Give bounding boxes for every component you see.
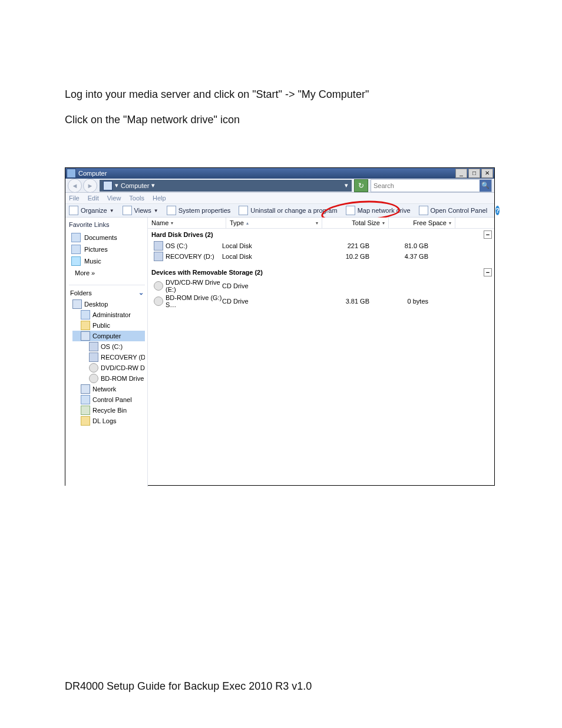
sidebar-item-music[interactable]: Music <box>69 255 145 267</box>
folder-icon <box>81 321 90 330</box>
chevron-down-icon[interactable]: ▾ <box>345 182 348 189</box>
column-type[interactable]: Type▴▾ <box>226 218 322 228</box>
menu-help[interactable]: Help <box>153 195 166 202</box>
uninstall-button[interactable]: Uninstall or change a program <box>239 206 337 215</box>
cd-icon <box>89 363 98 373</box>
tree-os-c[interactable]: OS (C:) <box>72 341 145 352</box>
page-footer: DR4000 Setup Guide for Backup Exec 2010 … <box>65 680 312 693</box>
tree-computer[interactable]: Computer <box>72 331 145 341</box>
minimize-button[interactable]: _ <box>455 169 467 178</box>
search-button[interactable]: 🔍 <box>480 180 491 192</box>
tree-desktop[interactable]: Desktop <box>72 299 145 309</box>
group-hard-disk-drives[interactable]: Hard Disk Drives (2) − <box>148 229 494 241</box>
tree-dl-logs[interactable]: DL Logs <box>72 416 145 426</box>
system-properties-button[interactable]: System properties <box>167 206 231 215</box>
chevron-down-icon: ▾ <box>449 220 451 226</box>
chevron-down-icon: ▼ <box>110 208 114 213</box>
tree-recycle-bin[interactable]: Recycle Bin <box>72 405 145 416</box>
control-panel-icon <box>81 395 90 404</box>
organize-icon <box>69 206 78 215</box>
desktop-icon <box>72 299 82 309</box>
drive-row-recovery-d[interactable]: RECOVERY (D:) Local Disk 10.2 GB 4.37 GB <box>148 251 494 262</box>
folder-icon <box>81 416 90 426</box>
open-control-panel-button[interactable]: Open Control Panel <box>419 206 488 215</box>
tree-control-panel[interactable]: Control Panel <box>72 394 145 405</box>
tree-bd-g[interactable]: BD-ROM Drive (G:) S <box>72 373 145 384</box>
computer-icon <box>167 206 176 215</box>
menu-bar: File Edit View Tools Help <box>65 193 494 204</box>
cd-icon <box>154 297 163 306</box>
folder-tree: Desktop Administrator Public Computer OS… <box>69 299 145 426</box>
column-name[interactable]: Name▾ <box>148 218 226 228</box>
collapse-button[interactable]: − <box>484 230 492 239</box>
tree-network[interactable]: Network <box>72 384 145 394</box>
sort-asc-icon: ▴ <box>246 220 249 226</box>
drive-row-bd-g[interactable]: BD-ROM Drive (G:) S… CD Drive 3.81 GB 0 … <box>148 294 494 309</box>
computer-icon <box>81 331 90 341</box>
cd-icon <box>89 374 98 383</box>
documents-icon <box>71 233 81 242</box>
explorer-window: Computer _ □ ✕ ◄ ► ▾ Computer ▾ ▾ ↻ Sear… <box>65 167 495 486</box>
instruction-1: Log into your media server and click on … <box>65 88 497 101</box>
maximize-button[interactable]: □ <box>468 169 480 178</box>
window-title: Computer <box>78 170 107 177</box>
music-icon <box>71 256 81 266</box>
column-free-space[interactable]: Free Space▾ <box>389 218 455 228</box>
back-button[interactable]: ◄ <box>68 179 82 193</box>
folders-header[interactable]: Folders⌄ <box>69 285 145 299</box>
chevron-down-icon: ▾ <box>115 182 118 189</box>
chevron-down-icon: ▾ <box>151 182 155 189</box>
network-drive-icon <box>346 206 355 215</box>
close-button[interactable]: ✕ <box>481 169 493 178</box>
network-icon <box>81 384 90 394</box>
cd-icon <box>154 281 163 291</box>
sidebar-item-pictures[interactable]: Pictures <box>69 243 145 255</box>
chevron-down-icon: ▾ <box>171 220 173 226</box>
forward-button[interactable]: ► <box>83 179 97 193</box>
breadcrumb-label: Computer <box>121 182 149 189</box>
chevron-down-icon: ▾ <box>316 220 318 226</box>
favorites-header: Favorite Links <box>69 221 145 228</box>
menu-tools[interactable]: Tools <box>129 195 144 202</box>
refresh-button[interactable]: ↻ <box>354 179 368 192</box>
chevron-down-icon: ⌄ <box>138 289 144 297</box>
uninstall-icon <box>239 206 248 215</box>
menu-edit[interactable]: Edit <box>88 195 99 202</box>
group-removable-storage[interactable]: Devices with Removable Storage (2) − <box>148 266 494 278</box>
pictures-icon <box>71 245 81 254</box>
chevron-down-icon: ▾ <box>382 220 385 226</box>
control-panel-icon <box>419 206 428 215</box>
views-button[interactable]: Views▼ <box>123 206 158 215</box>
user-icon <box>81 310 90 319</box>
tree-administrator[interactable]: Administrator <box>72 309 145 320</box>
toolbar: Organize▼ Views▼ System properties Unins… <box>65 204 494 218</box>
drive-row-dvd-e[interactable]: DVD/CD-RW Drive (E:) CD Drive <box>148 278 494 294</box>
sidebar-more[interactable]: More » <box>69 267 145 282</box>
drive-icon <box>89 342 98 351</box>
collapse-button[interactable]: − <box>484 268 492 276</box>
drive-icon <box>89 353 98 362</box>
column-total-size[interactable]: Total Size▾ <box>322 218 389 228</box>
instruction-2: Click on the "Map network drive" icon <box>65 114 497 126</box>
menu-view[interactable]: View <box>107 195 121 202</box>
breadcrumb[interactable]: ▾ Computer ▾ ▾ <box>100 180 352 192</box>
search-placeholder: Search <box>373 182 394 189</box>
titlebar: Computer _ □ ✕ <box>65 168 494 179</box>
help-button[interactable]: ? <box>495 206 500 215</box>
drive-icon <box>154 241 163 251</box>
computer-icon <box>67 169 76 178</box>
address-bar: ◄ ► ▾ Computer ▾ ▾ ↻ Search 🔍 <box>65 179 494 193</box>
menu-file[interactable]: File <box>69 195 80 202</box>
drive-icon <box>154 252 163 261</box>
column-headers: Name▾ Type▴▾ Total Size▾ Free Space▾ <box>148 218 494 229</box>
chevron-down-icon: ▼ <box>154 208 158 213</box>
organize-button[interactable]: Organize▼ <box>69 206 114 215</box>
search-input[interactable]: Search 🔍 <box>371 179 492 192</box>
map-network-drive-button[interactable]: Map network drive <box>346 206 411 215</box>
drive-row-os-c[interactable]: OS (C:) Local Disk 221 GB 81.0 GB <box>148 241 494 251</box>
tree-recovery-d[interactable]: RECOVERY (D:) <box>72 352 145 363</box>
recycle-bin-icon <box>81 406 90 415</box>
tree-public[interactable]: Public <box>72 320 145 331</box>
tree-dvd-e[interactable]: DVD/CD-RW Drive ( <box>72 363 145 373</box>
sidebar-item-documents[interactable]: Documents <box>69 232 145 243</box>
